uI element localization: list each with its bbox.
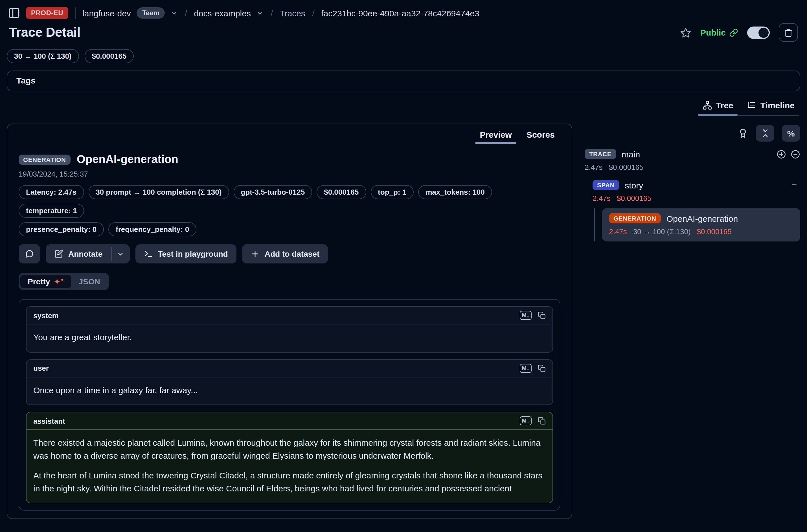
zoom-out-button[interactable] xyxy=(791,149,800,159)
star-icon xyxy=(680,27,691,38)
public-label: Public xyxy=(700,27,726,37)
copy-icon[interactable] xyxy=(538,311,546,319)
sidebar-toggle-button[interactable] xyxy=(8,7,20,19)
markdown-toggle-icon[interactable]: M↓ xyxy=(520,364,531,373)
system-message-block: system M↓ You are a great storyteller. xyxy=(26,306,553,352)
pretty-label: Pretty xyxy=(27,277,50,286)
scores-award-button[interactable] xyxy=(737,128,748,138)
tree-toolbar: % xyxy=(585,125,800,141)
span-name: story xyxy=(625,180,643,190)
message-header: assistant M↓ xyxy=(26,412,552,430)
markdown-toggle-icon[interactable]: M↓ xyxy=(520,311,531,320)
top-p-pill: top_p: 1 xyxy=(371,185,414,199)
tab-tree-label: Tree xyxy=(716,100,733,110)
message-content: Once upon a time in a galaxy far, far aw… xyxy=(26,377,552,404)
breadcrumb-separator: / xyxy=(311,8,316,18)
frequency-penalty-pill: frequency_penalty: 0 xyxy=(108,222,196,236)
trace-latency: 2.47s xyxy=(585,163,603,171)
plus-circle-icon xyxy=(776,149,786,159)
tree-node-span[interactable]: SPAN story − xyxy=(593,180,800,190)
format-toggle: Pretty ✦✦ JSON xyxy=(19,273,109,290)
span-type-badge: SPAN xyxy=(593,180,619,190)
org-plan-badge: Team xyxy=(136,7,165,19)
percent-icon: % xyxy=(787,128,795,138)
trace-name: main xyxy=(622,149,640,159)
view-tabs: Tree Timeline xyxy=(698,99,799,116)
annotate-split-button: Annotate xyxy=(46,244,130,264)
message-content: You are a great storyteller. xyxy=(26,324,552,352)
cost-pill: $0.000165 xyxy=(317,185,366,199)
breadcrumb-separator: / xyxy=(184,8,188,18)
tab-preview[interactable]: Preview xyxy=(474,128,517,144)
metrics-percent-button[interactable]: % xyxy=(782,125,800,141)
observation-metrics-row: Latency: 2.47s 30 prompt → 100 completio… xyxy=(19,185,560,218)
tab-scores[interactable]: Scores xyxy=(521,128,560,144)
observation-panel: Preview Scores GENERATION OpenAI-generat… xyxy=(7,124,572,519)
playground-label: Test in playground xyxy=(158,249,228,259)
tree-node-generation-selected[interactable]: GENERATION OpenAI-generation 2.47s 30 → … xyxy=(602,208,800,242)
copy-icon[interactable] xyxy=(538,417,546,425)
chevron-down-icon xyxy=(117,250,124,258)
temperature-pill: temperature: 1 xyxy=(19,204,85,218)
generation-tokens: 30 → 100 (Σ 130) xyxy=(633,227,691,236)
chevron-down-icon[interactable] xyxy=(257,9,264,17)
tags-box[interactable]: Tags xyxy=(7,71,800,91)
message-header: system M↓ xyxy=(26,307,552,324)
format-pretty-option[interactable]: Pretty ✦✦ xyxy=(20,275,71,288)
tab-timeline[interactable]: Timeline xyxy=(743,99,799,115)
tree-node-trace[interactable]: TRACE main xyxy=(585,149,800,159)
annotate-button[interactable]: Annotate xyxy=(46,244,111,264)
message-tools: M↓ xyxy=(520,311,546,320)
span-metrics: 2.47s $0.000165 xyxy=(593,194,800,203)
generation-cost: $0.000165 xyxy=(697,227,732,236)
message-role: user xyxy=(33,364,49,372)
assistant-paragraph: At the heart of Lumina stood the towerin… xyxy=(33,469,546,495)
breadcrumb-traces-link[interactable]: Traces xyxy=(280,8,305,18)
public-toggle[interactable] xyxy=(747,26,770,39)
annotate-label: Annotate xyxy=(68,249,102,259)
environment-badge: PROD-EU xyxy=(26,7,68,19)
observation-timestamp: 19/03/2024, 15:25:37 xyxy=(19,170,560,178)
view-tabs-row: Tree Timeline xyxy=(0,91,807,116)
cost-pill: $0.000165 xyxy=(85,49,134,63)
generation-type-badge: GENERATION xyxy=(609,213,661,223)
tab-timeline-label: Timeline xyxy=(761,100,794,110)
add-to-dataset-button[interactable]: Add to dataset xyxy=(242,244,328,264)
message-tools: M↓ xyxy=(520,416,546,425)
annotate-dropdown-button[interactable] xyxy=(111,244,130,264)
tree-generation-wrap: GENERATION OpenAI-generation 2.47s 30 → … xyxy=(594,208,800,242)
award-icon xyxy=(737,128,748,138)
format-json-option[interactable]: JSON xyxy=(71,275,108,288)
collapse-all-button[interactable] xyxy=(756,125,774,141)
chevrons-collapse-icon xyxy=(761,129,769,138)
breadcrumb: PROD-EU langfuse-dev Team / docs-example… xyxy=(0,0,807,21)
plus-icon xyxy=(250,249,260,259)
comment-button[interactable] xyxy=(19,244,40,264)
breadcrumb-project[interactable]: docs-examples xyxy=(194,8,251,18)
terminal-icon xyxy=(144,249,153,259)
markdown-toggle-icon[interactable]: M↓ xyxy=(520,416,531,425)
trash-icon xyxy=(784,28,793,37)
trace-detail-page: PROD-EU langfuse-dev Team / docs-example… xyxy=(0,0,807,532)
token-breakdown-pill: 30 prompt → 100 completion (Σ 130) xyxy=(88,185,229,199)
link-icon xyxy=(729,28,738,37)
divider xyxy=(75,7,76,19)
copy-icon[interactable] xyxy=(538,364,546,372)
zoom-in-button[interactable] xyxy=(776,149,786,159)
chevron-down-icon[interactable] xyxy=(171,9,178,17)
tab-tree[interactable]: Tree xyxy=(698,99,738,115)
presence-penalty-pill: presence_penalty: 0 xyxy=(19,222,104,236)
tree-icon xyxy=(702,100,712,110)
collapse-node-button[interactable]: − xyxy=(791,180,800,190)
public-share-link[interactable]: Public xyxy=(700,27,738,37)
delete-trace-button[interactable] xyxy=(779,23,798,42)
tree-connector-line xyxy=(594,208,595,242)
test-in-playground-button[interactable]: Test in playground xyxy=(135,244,236,264)
observation-header: GENERATION OpenAI-generation xyxy=(19,153,560,166)
bookmark-star-button[interactable] xyxy=(680,27,691,38)
trace-metrics: 2.47s $0.000165 xyxy=(585,163,800,171)
trace-type-badge: TRACE xyxy=(585,149,616,159)
latency-pill: Latency: 2.47s xyxy=(19,185,84,199)
edit-icon xyxy=(54,249,63,259)
breadcrumb-org[interactable]: langfuse-dev xyxy=(82,8,131,18)
